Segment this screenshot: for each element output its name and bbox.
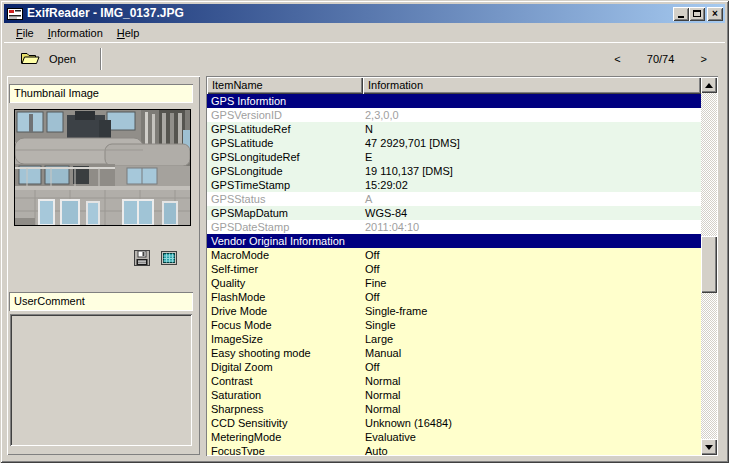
window-title: ExifReader - IMG_0137.JPG [27,4,673,23]
open-button-label: Open [49,53,76,65]
table-row[interactable]: MacroModeOff [207,248,701,262]
scroll-up-button[interactable] [701,77,717,93]
usercomment-box[interactable] [10,314,192,446]
column-header-information[interactable]: Information [363,77,701,94]
item-name: Easy shooting mode [207,346,363,360]
close-icon: × [712,9,718,19]
image-counter: 70/74 [644,53,678,65]
prev-image-button[interactable]: < [608,51,626,67]
menubar: File Information Help [4,24,725,42]
thumbnail-photo[interactable] [14,109,191,226]
item-name: GPSDateStamp [207,220,363,234]
close-button[interactable]: × [707,7,723,21]
table-row[interactable]: ContrastNormal [207,374,701,388]
titlebar[interactable]: ExifReader - IMG_0137.JPG × [4,4,725,23]
item-name: FocusType [207,444,363,455]
save-thumbnail-button[interactable] [131,249,152,270]
thumbnail-image-label: Thumbnail Image [9,84,193,103]
menu-information[interactable]: Information [42,25,109,41]
item-value: Single [363,318,701,332]
item-value: A [363,192,701,206]
item-value: Off [363,360,701,374]
item-value: Normal [363,374,701,388]
item-name: GPSLatitude [207,136,363,150]
item-value: 2011:04:10 [363,220,701,234]
table-row[interactable]: ImageSizeLarge [207,332,701,346]
item-name: GPSLongitudeRef [207,150,363,164]
toolbar: Open < 70/74 > [4,42,725,74]
item-value: Normal [363,388,701,402]
item-name: GPSLatitudeRef [207,122,363,136]
column-header-itemname[interactable]: ItemName [207,77,363,94]
table-row[interactable]: MeteringModeEvaluative [207,430,701,444]
item-name: GPSStatus [207,192,363,206]
item-value: 47 2929,701 [DMS] [363,136,701,150]
item-value: WGS-84 [363,206,701,220]
exif-table: ItemName Information GPS InformtionGPSVe… [206,76,718,456]
item-value: 2,3,0,0 [363,108,701,122]
table-row[interactable]: GPSStatusA [207,192,701,206]
maximize-icon [693,10,701,17]
vertical-scrollbar[interactable] [701,77,717,455]
item-value: Fine [363,276,701,290]
table-row[interactable]: SaturationNormal [207,388,701,402]
table-row[interactable]: Drive ModeSingle-frame [207,304,701,318]
item-name: GPSTimeStamp [207,178,363,192]
image-navigation: < 70/74 > [608,51,713,67]
table-row[interactable]: GPSLatitude47 2929,701 [DMS] [207,136,701,150]
table-row[interactable]: Self-timerOff [207,262,701,276]
exifreader-window: ExifReader - IMG_0137.JPG × File Informa… [0,0,729,463]
table-row[interactable]: Focus ModeSingle [207,318,701,332]
table-row[interactable]: GPSLongitude19 110,137 [DMS] [207,164,701,178]
toolbar-separator [100,48,102,70]
table-header: ItemName Information [207,77,701,94]
item-name: MeteringMode [207,430,363,444]
minimize-icon [678,16,684,18]
minimize-button[interactable] [673,7,689,21]
menu-help[interactable]: Help [111,25,146,41]
table-row[interactable]: FlashModeOff [207,290,701,304]
menu-file[interactable]: File [10,25,40,41]
save-floppy-icon [133,249,151,270]
maximize-button[interactable] [689,7,705,21]
view-thumbnail-button[interactable] [158,249,179,270]
item-value: E [363,150,701,164]
table-row[interactable]: GPSMapDatumWGS-84 [207,206,701,220]
item-value: Off [363,248,701,262]
item-value: Evaluative [363,430,701,444]
item-name: Focus Mode [207,318,363,332]
table-row[interactable]: Digital ZoomOff [207,360,701,374]
item-value: Normal [363,402,701,416]
table-row[interactable]: SharpnessNormal [207,402,701,416]
table-row[interactable]: FocusTypeAuto [207,444,701,455]
open-button[interactable]: Open [12,47,92,71]
item-value: Large [363,332,701,346]
table-row[interactable]: GPSLongitudeRefE [207,150,701,164]
item-name: FlashMode [207,290,363,304]
item-value: N [363,122,701,136]
table-row[interactable]: GPSVersionID2,3,0,0 [207,108,701,122]
item-name: GPSLongitude [207,164,363,178]
building-photo [15,110,190,225]
scroll-down-button[interactable] [701,439,717,455]
table-row[interactable]: QualityFine [207,276,701,290]
scrollbar-thumb[interactable] [701,236,717,293]
item-value: Manual [363,346,701,360]
item-name: CCD Sensitivity [207,416,363,430]
table-row[interactable]: GPSDateStamp2011:04:10 [207,220,701,234]
table-row[interactable]: Easy shooting modeManual [207,346,701,360]
table-row[interactable]: CCD SensitivityUnknown (16484) [207,416,701,430]
monitor-icon [160,249,178,270]
item-name: GPSVersionID [207,108,363,122]
section-title: GPS Informtion [207,94,286,108]
open-folder-icon [20,50,40,68]
section-header-row[interactable]: Vendor Original Information [207,234,701,248]
table-row[interactable]: GPSLatitudeRefN [207,122,701,136]
arrow-up-icon [705,83,713,88]
table-row[interactable]: GPSTimeStamp15:29:02 [207,178,701,192]
item-value: Off [363,290,701,304]
section-header-row[interactable]: GPS Informtion [207,94,701,108]
item-name: MacroMode [207,248,363,262]
item-name: Quality [207,276,363,290]
next-image-button[interactable]: > [695,51,713,67]
